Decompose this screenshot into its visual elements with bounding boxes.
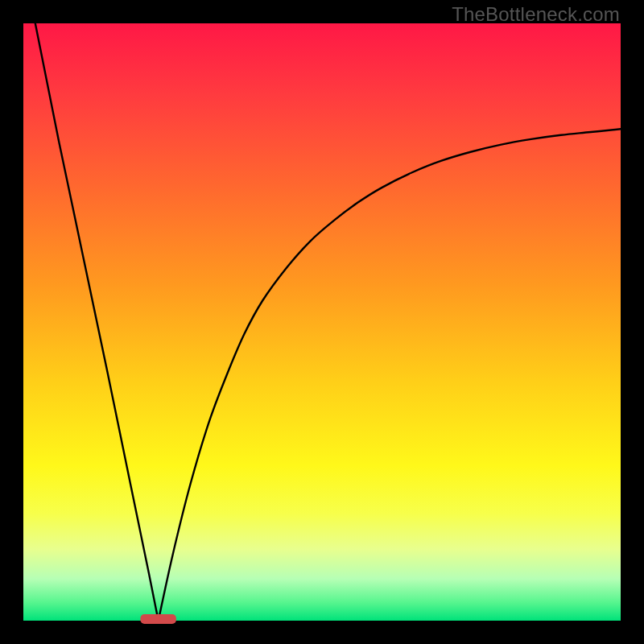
watermark-text: TheBottleneck.com <box>452 3 620 26</box>
curve-right <box>159 129 621 621</box>
plot-svg <box>23 23 621 621</box>
min-marker <box>140 614 176 624</box>
curve-left <box>35 23 159 621</box>
